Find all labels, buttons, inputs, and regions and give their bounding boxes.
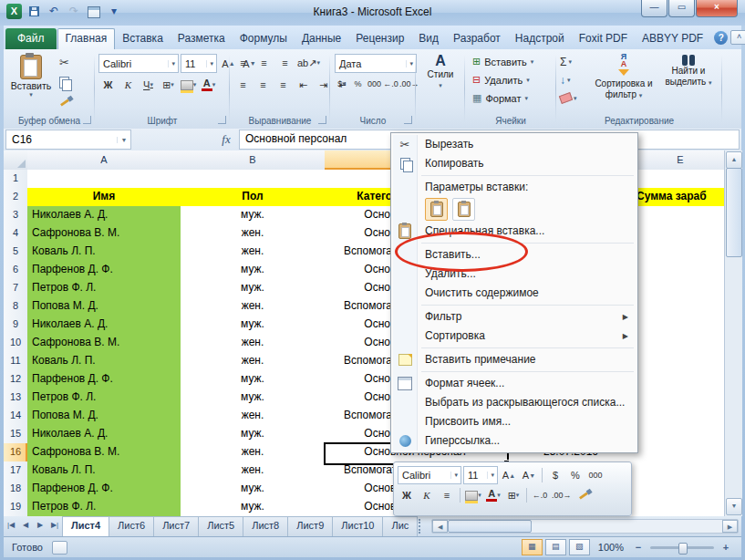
ribbon-tab-foxit-pdf[interactable]: Foxit PDF: [572, 28, 635, 49]
mini-format-painter-icon[interactable]: [574, 486, 593, 504]
cell-B10[interactable]: жен.: [181, 334, 326, 353]
row-header-4[interactable]: 4: [4, 224, 28, 244]
row-header-11[interactable]: 11: [4, 352, 28, 371]
menu-item-cut[interactable]: ✂Вырезать: [392, 135, 636, 154]
fill-button[interactable]: ↓▾: [560, 71, 571, 88]
italic-button[interactable]: К: [119, 76, 138, 94]
clear-button[interactable]: ▾: [560, 89, 577, 107]
bold-button[interactable]: Ж: [98, 76, 118, 94]
menu-item-clear[interactable]: Очистить содержимое: [392, 284, 636, 303]
dialog-launcher-icon[interactable]: [318, 116, 326, 124]
vertical-scroll-thumb[interactable]: [726, 168, 742, 257]
align-middle-icon[interactable]: ≡: [254, 54, 274, 72]
align-left-icon[interactable]: ≡: [233, 76, 253, 94]
name-box-dropdown-icon[interactable]: ▼: [117, 137, 130, 143]
cell-B7[interactable]: муж.: [181, 279, 326, 298]
cell-B3[interactable]: муж.: [181, 206, 326, 225]
row-header-3[interactable]: 3: [4, 206, 28, 225]
last-sheet-icon[interactable]: ▶|: [47, 516, 62, 536]
cell-E3[interactable]: [636, 206, 724, 225]
cell-E5[interactable]: [636, 243, 724, 262]
maximize-button[interactable]: ▭: [668, 0, 695, 17]
thousands-icon[interactable]: 000: [367, 76, 382, 91]
format-painter-icon[interactable]: [55, 93, 74, 111]
ribbon-tab-review[interactable]: Рецензир: [348, 28, 411, 49]
table-view-icon[interactable]: [86, 4, 102, 19]
menu-item-format-cells[interactable]: Формат ячеек...: [392, 374, 636, 393]
align-bottom-icon[interactable]: ≡: [275, 54, 295, 72]
minimize-ribbon-icon[interactable]: ˄: [730, 30, 745, 45]
paste-button[interactable]: Вставить ▾: [9, 52, 53, 112]
align-top-icon[interactable]: ≡: [233, 54, 253, 72]
cell-E9[interactable]: [636, 316, 724, 335]
cell-B12[interactable]: муж.: [181, 370, 326, 389]
page-break-view-icon[interactable]: ▧: [569, 539, 590, 555]
column-header-A[interactable]: A: [27, 150, 181, 171]
cell-B19[interactable]: муж.: [181, 498, 326, 516]
cell-A19[interactable]: Петров Ф. Л.: [27, 498, 186, 516]
cell-A13[interactable]: Петров Ф. Л.: [27, 389, 186, 408]
cell-A14[interactable]: Попова М. Д.: [27, 407, 186, 426]
fx-icon[interactable]: fx: [213, 132, 239, 147]
autosum-button[interactable]: Σ▾: [560, 53, 572, 70]
cell-A2[interactable]: Имя: [27, 188, 181, 207]
cell-B6[interactable]: муж.: [181, 261, 326, 280]
cell-E8[interactable]: [636, 297, 724, 316]
row-header-7[interactable]: 7: [4, 279, 28, 298]
decrease-indent-icon[interactable]: ⇤: [294, 76, 313, 94]
sheet-tab-1[interactable]: Лист4: [62, 516, 109, 536]
ribbon-tab-file[interactable]: Файл: [5, 28, 57, 49]
cell-A6[interactable]: Парфенов Д. Ф.: [27, 261, 186, 280]
mini-fill-color-icon[interactable]: ▾: [464, 486, 482, 504]
mini-font-name-combo[interactable]: Calibri▾: [398, 466, 461, 484]
cell-E14[interactable]: [636, 407, 724, 426]
cell-B5[interactable]: жен.: [181, 243, 326, 262]
insert-cells-button[interactable]: ⊞ Вставить▾: [472, 53, 533, 70]
save-icon[interactable]: [26, 4, 42, 19]
number-format-combo[interactable]: Дата▾: [335, 54, 417, 73]
sheet-tab-4[interactable]: Лист5: [198, 516, 243, 536]
cell-A5[interactable]: Коваль Л. П.: [27, 243, 186, 262]
row-header-16[interactable]: 16: [4, 443, 28, 462]
cell-E1[interactable]: [636, 170, 724, 189]
sheet-tab-2[interactable]: Лист6: [109, 516, 154, 536]
first-sheet-icon[interactable]: |◀: [4, 516, 18, 536]
row-header-18[interactable]: 18: [4, 480, 28, 499]
cell-A7[interactable]: Петров Ф. Л.: [27, 279, 186, 298]
align-right-icon[interactable]: ≡: [274, 76, 293, 94]
mini-italic-button[interactable]: К: [418, 486, 436, 504]
cell-B14[interactable]: жен.: [181, 407, 326, 426]
row-header-17[interactable]: 17: [4, 461, 28, 481]
row-header-1[interactable]: 1: [4, 170, 28, 189]
vertical-scrollbar[interactable]: ▲ ▼: [724, 150, 742, 516]
row-header-12[interactable]: 12: [4, 370, 28, 389]
cell-A17[interactable]: Коваль Л. П.: [27, 461, 186, 481]
cell-B8[interactable]: жен.: [181, 297, 326, 316]
row-header-2[interactable]: 2: [4, 188, 28, 207]
mini-center-icon[interactable]: ≡: [438, 486, 456, 504]
horizontal-scrollbar[interactable]: ◀ ▶: [431, 519, 739, 534]
mini-grow-font-icon[interactable]: А▲: [500, 466, 518, 484]
ribbon-tab-home[interactable]: Главная: [57, 28, 116, 49]
undo-icon[interactable]: ↶: [46, 4, 62, 19]
cell-A10[interactable]: Сафронова В. М.: [27, 334, 186, 353]
currency-icon[interactable]: $▾: [334, 76, 349, 91]
dialog-launcher-icon[interactable]: [83, 116, 91, 124]
mini-borders-icon[interactable]: ⊞▾: [504, 486, 523, 504]
ribbon-tab-page-layout[interactable]: Разметка: [171, 28, 233, 49]
underline-button[interactable]: Ч▾: [139, 76, 158, 94]
mini-percent-icon[interactable]: %: [566, 466, 585, 484]
ribbon-tab-abbyy-pdf[interactable]: ABBYY PDF: [635, 28, 710, 49]
styles-button[interactable]: А Стили ▾: [418, 53, 463, 91]
column-header-E[interactable]: E: [636, 150, 724, 171]
cell-E13[interactable]: [636, 389, 724, 408]
cell-E2[interactable]: Сумма зараб: [636, 188, 724, 207]
scroll-up-icon[interactable]: ▲: [726, 151, 742, 169]
ribbon-tab-view[interactable]: Вид: [411, 28, 446, 49]
next-sheet-icon[interactable]: ▶: [33, 516, 47, 536]
cell-A12[interactable]: Парфенов Д. Ф.: [27, 370, 186, 389]
cell-E4[interactable]: [636, 224, 724, 244]
sheet-tab-8[interactable]: Лис: [382, 516, 418, 536]
select-all-corner[interactable]: [4, 150, 28, 171]
cell-B16[interactable]: жен.: [181, 443, 326, 462]
